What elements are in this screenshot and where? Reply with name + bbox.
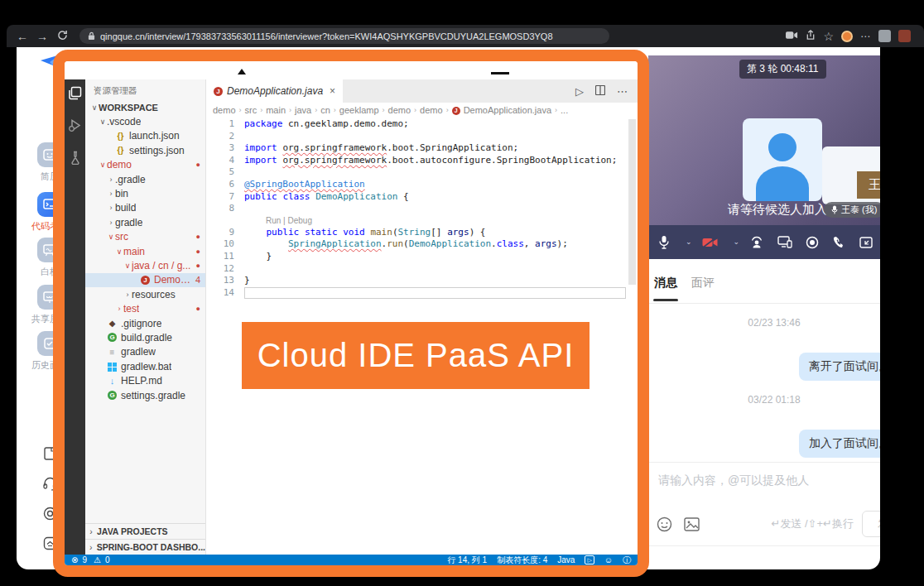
breadcrumb-segment[interactable]: main: [266, 105, 286, 115]
phone-icon[interactable]: [832, 236, 846, 249]
breadcrumb-segment[interactable]: cn: [320, 105, 330, 115]
tree-item[interactable]: ›gradle: [85, 215, 205, 229]
avatar-icon[interactable]: [878, 30, 891, 42]
image-icon[interactable]: [684, 517, 700, 531]
tree-item[interactable]: ≡gradlew: [85, 345, 205, 359]
breadcrumb-segment[interactable]: DemoApplication.java: [464, 105, 551, 115]
tree-item[interactable]: ›.gradle: [85, 172, 205, 186]
run-debug-icon[interactable]: [68, 118, 82, 132]
section-java-projects[interactable]: ›JAVA PROJECTS: [85, 523, 205, 539]
expand-triangle-icon[interactable]: [238, 69, 246, 74]
breadcrumb-segment[interactable]: demo: [213, 105, 236, 115]
tree-item[interactable]: ›resources: [85, 287, 205, 301]
mic-icon[interactable]: [658, 235, 670, 249]
pip-icon[interactable]: [859, 237, 873, 248]
chat-input[interactable]: [657, 473, 880, 488]
code-line[interactable]: 9 public static void main(String[] args)…: [206, 227, 638, 239]
tree-item[interactable]: ›build: [85, 201, 205, 215]
tab-review[interactable]: 面评: [691, 276, 715, 291]
errors-icon[interactable]: ⊗: [71, 555, 78, 564]
code-line[interactable]: 10 SpringApplication.run(DemoApplication…: [206, 238, 638, 251]
tree-item[interactable]: ∨WORKSPACE: [85, 100, 205, 114]
breadcrumb[interactable]: demo›src›main›java›cn›geeklamp›demo›demo…: [206, 103, 638, 117]
record-icon[interactable]: [806, 236, 819, 249]
files-explorer-icon[interactable]: [68, 86, 82, 100]
address-bar[interactable]: qingque.cn/interview/179383733563011156/…: [79, 28, 609, 44]
breadcrumb-segment[interactable]: ...: [561, 105, 568, 115]
more-actions-icon[interactable]: ⋯: [617, 85, 628, 98]
code-line[interactable]: 11 }: [206, 251, 638, 263]
vscode-ide: 资源管理器 ∨WORKSPACE∨.vscode{}launch.json{}s…: [65, 61, 638, 565]
tab-demoapplication[interactable]: J DemoApplication.java ×: [206, 79, 343, 103]
chat-tabs: 消息 面评: [648, 259, 880, 304]
presenter-icon[interactable]: [749, 236, 764, 249]
tree-item[interactable]: Gbuild.gradle: [85, 330, 205, 344]
breadcrumb-segment[interactable]: demo: [420, 105, 443, 115]
run-icon[interactable]: ▷: [575, 85, 584, 98]
code-line[interactable]: 3import org.springframework.boot.SpringA…: [206, 142, 638, 155]
camera-chevron-icon[interactable]: ⌄: [734, 238, 740, 246]
share-icon[interactable]: [806, 30, 816, 43]
codelens-run-debug[interactable]: Run | Debug: [206, 215, 638, 227]
info-icon[interactable]: ⓘ: [623, 555, 631, 566]
back-icon[interactable]: ←: [15, 30, 30, 43]
emoji-icon[interactable]: [657, 516, 672, 532]
extension-icon[interactable]: [841, 31, 853, 42]
file-tree: ∨WORKSPACE∨.vscode{}launch.json{}setting…: [85, 100, 205, 402]
video-camera-icon[interactable]: [786, 31, 798, 42]
tree-item[interactable]: JDemoAppl...4: [85, 273, 205, 287]
editor-scrollbar[interactable]: [628, 119, 636, 285]
warnings-icon[interactable]: ⚠: [94, 555, 101, 564]
tree-item[interactable]: gradlew.bat: [85, 359, 205, 373]
tree-item[interactable]: ›bin: [85, 186, 205, 200]
test-flask-icon[interactable]: [69, 151, 82, 165]
chat-message-list[interactable]: 02/23 13:46王泰离开了面试间。03/22 01:18王泰加入了面试间。: [648, 304, 880, 462]
code-line[interactable]: 12: [206, 263, 638, 276]
tree-item[interactable]: {}launch.json: [85, 129, 205, 143]
devices-icon[interactable]: [777, 236, 792, 248]
profile-icon[interactable]: [898, 30, 911, 42]
code-line[interactable]: 6@SpringBootApplication: [206, 179, 638, 191]
send-button[interactable]: 发送: [862, 511, 880, 537]
code-line[interactable]: 1package cn.geeklamp.demo.demo;: [206, 118, 638, 131]
more-icon[interactable]: ⋯: [860, 31, 871, 42]
tree-item[interactable]: ∨main●: [85, 244, 205, 258]
tree-item[interactable]: {}settings.json: [85, 143, 205, 157]
camera-off-icon[interactable]: [702, 237, 718, 248]
self-video-tile[interactable]: 王泰: [822, 146, 880, 204]
tree-item[interactable]: ›test●: [85, 301, 205, 315]
breadcrumb-segment[interactable]: demo: [388, 105, 411, 115]
feedback-icon[interactable]: ☺: [604, 555, 613, 564]
tree-item[interactable]: ◆.gitignore: [85, 316, 205, 330]
tree-item[interactable]: ∨java / cn / g...●: [85, 258, 205, 272]
star-icon[interactable]: ☆: [823, 30, 834, 43]
split-editor-icon[interactable]: [595, 85, 605, 98]
code-line[interactable]: 8: [206, 203, 638, 215]
code-line[interactable]: 4import org.springframework.boot.autocon…: [206, 155, 638, 167]
breadcrumb-segment[interactable]: java: [295, 105, 311, 115]
tree-item[interactable]: Gsettings.gradle: [85, 388, 205, 402]
tree-item[interactable]: ∨demo●: [85, 158, 205, 172]
language-mode[interactable]: Java: [557, 555, 575, 564]
section-spring-boot-dashboard[interactable]: ›SPRING-BOOT DASHBO...: [85, 539, 205, 555]
tree-item[interactable]: ↓HELP.md: [85, 373, 205, 387]
mic-chevron-icon[interactable]: ⌄: [686, 238, 692, 246]
close-tab-icon[interactable]: ×: [330, 85, 335, 97]
code-line[interactable]: 7public class DemoApplication {: [206, 191, 638, 204]
breadcrumb-segment[interactable]: src: [245, 105, 257, 115]
tab-size[interactable]: 制表符长度: 4: [497, 555, 547, 566]
reload-icon[interactable]: [55, 30, 70, 43]
code-line[interactable]: 5: [206, 166, 638, 179]
cursor-position[interactable]: 行 14, 列 1: [447, 555, 487, 566]
tab-messages[interactable]: 消息: [654, 276, 677, 291]
tree-item[interactable]: ∨.vscode: [85, 114, 205, 128]
minimize-handle-icon[interactable]: [491, 72, 509, 74]
code-line[interactable]: 2: [206, 131, 638, 143]
forward-icon[interactable]: →: [35, 30, 50, 43]
tree-item[interactable]: ∨src●: [85, 230, 205, 244]
code-line[interactable]: 13}: [206, 275, 638, 287]
open-in-window-icon[interactable]: ▷: [585, 555, 594, 564]
code-line[interactable]: 14: [206, 287, 638, 300]
breadcrumb-segment[interactable]: geeklamp: [339, 105, 379, 115]
lock-icon: [88, 29, 95, 44]
